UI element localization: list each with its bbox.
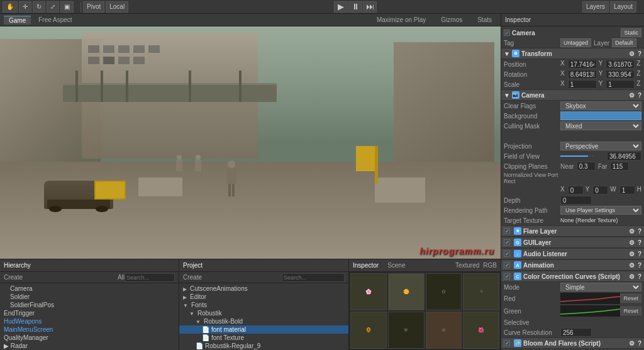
fov-input[interactable]: 36.84956 — [607, 152, 641, 161]
transform-header[interactable]: ▼ ⊕ Transform ⚙ ? — [501, 48, 644, 59]
culling-mask-select[interactable]: Mixed — [560, 121, 641, 130]
animation-checkbox[interactable] — [504, 262, 510, 268]
hierarchy-qualitymanager[interactable]: QualityManager — [0, 334, 179, 342]
stats-label[interactable]: Stats — [472, 16, 497, 24]
project-editor[interactable]: Editor — [179, 293, 348, 301]
norm-x-input[interactable]: 0 — [568, 186, 584, 195]
pos-x-input[interactable]: 17.74164 — [568, 60, 597, 69]
depth-input[interactable]: 0 — [560, 196, 592, 205]
inspector-bottom-tab[interactable]: Inspector — [353, 262, 379, 269]
step-btn[interactable]: ⏭ — [363, 1, 377, 13]
hand-tool-btn[interactable]: ✋ — [3, 1, 18, 13]
color-correction-header[interactable]: C Color Correction Curves (Script) ⚙ ? — [501, 271, 644, 282]
hierarchy-search-input[interactable] — [125, 273, 175, 282]
pause-btn[interactable]: ⏸ — [348, 1, 362, 13]
gizmos-label[interactable]: Gizmos — [436, 16, 467, 24]
scale-tool-btn[interactable]: ⤢ — [47, 1, 59, 13]
transform-settings-icon[interactable]: ⚙ — [629, 50, 635, 57]
transform-info-icon[interactable]: ? — [638, 50, 641, 57]
hierarchy-soldier[interactable]: Soldier — [0, 293, 179, 301]
guilayer-checkbox[interactable] — [504, 239, 510, 246]
gui-settings-icon[interactable]: ⚙ — [629, 239, 635, 246]
green-curve-area[interactable] — [560, 305, 620, 317]
scale-y-input[interactable]: 1 — [606, 80, 635, 89]
colorcorr-info-icon[interactable]: ? — [638, 273, 641, 280]
audio-checkbox[interactable] — [504, 251, 510, 257]
project-cutsceneanimations[interactable]: CutsceneAnimations — [179, 285, 348, 293]
far-input[interactable]: 115 — [610, 162, 629, 171]
static-btn[interactable]: Static — [621, 28, 641, 37]
audio-settings-icon[interactable]: ⚙ — [629, 251, 635, 257]
hierarchy-camera[interactable]: Camera — [0, 285, 179, 293]
hierarchy-create-btn[interactable]: Create — [4, 274, 23, 281]
rot-y-input[interactable]: 330.9547 — [606, 70, 635, 79]
tag-btn[interactable]: Untagged — [560, 38, 591, 47]
curve-res-input[interactable]: 256 — [560, 328, 592, 337]
colorcorr-checkbox[interactable] — [504, 273, 510, 279]
hierarchy-mainmenuscreen[interactable]: MainMenuScreen — [0, 325, 179, 334]
project-robustik[interactable]: Robustik — [179, 309, 348, 317]
gui-info-icon[interactable]: ? — [638, 239, 641, 246]
green-reset-btn[interactable]: Reset — [620, 307, 641, 315]
hierarchy-tab[interactable]: Hierarchy — [4, 262, 31, 269]
near-input[interactable]: 0.3 — [577, 162, 596, 171]
flare-info-icon[interactable]: ? — [638, 228, 641, 235]
layer-btn[interactable]: Default — [612, 38, 636, 47]
project-font-texture[interactable]: 📄 font Texture — [179, 334, 348, 342]
rot-x-input[interactable]: 8.649139 — [568, 70, 597, 79]
layers-btn[interactable]: Layers — [582, 1, 609, 13]
bloom-info-icon[interactable]: ? — [638, 340, 641, 347]
camera-info-icon[interactable]: ? — [638, 92, 641, 99]
pos-y-input[interactable]: 3.618703 — [606, 60, 635, 69]
project-robustik-regular[interactable]: 📄 Robustik-Regular_9 — [179, 342, 348, 350]
animation-info-icon[interactable]: ? — [638, 262, 641, 269]
colorcorr-settings-icon[interactable]: ⚙ — [629, 273, 635, 280]
animation-header[interactable]: A Animation ⚙ ? — [501, 259, 644, 271]
hierarchy-soldierfinalpos[interactable]: SoldierFinalPos — [0, 301, 179, 309]
background-color-swatch[interactable] — [560, 111, 641, 120]
flare-layer-checkbox[interactable] — [504, 228, 510, 234]
projection-select[interactable]: Perspective — [560, 142, 641, 150]
bloom-header[interactable]: ✨ Bloom And Flares (Script) ⚙ ? — [501, 337, 644, 349]
mode-select[interactable]: Simple — [560, 283, 641, 291]
audio-info-icon[interactable]: ? — [638, 251, 641, 257]
move-tool-btn[interactable]: ✛ — [19, 1, 31, 13]
textured-tab[interactable]: Textured — [455, 262, 479, 269]
scale-x-input[interactable]: 1 — [568, 80, 597, 89]
camera-component-header[interactable]: ▼ 📷 Camera ⚙ ? — [501, 89, 644, 101]
hierarchy-hudweapons[interactable]: HudWeapons — [0, 317, 179, 325]
bloom-settings-icon[interactable]: ⚙ — [629, 340, 635, 347]
rotate-tool-btn[interactable]: ↻ — [33, 1, 45, 13]
norm-y-input[interactable]: 0 — [592, 186, 608, 195]
layout-btn[interactable]: Layout — [610, 1, 636, 13]
project-tab[interactable]: Project — [183, 262, 203, 269]
flare-layer-header[interactable]: ★ Flare Layer ⚙ ? — [501, 225, 644, 237]
scene-tab[interactable]: Scene — [387, 262, 405, 269]
animation-settings-icon[interactable]: ⚙ — [629, 262, 635, 269]
project-search-input[interactable] — [282, 273, 345, 282]
rect-tool-btn[interactable]: ▣ — [60, 1, 74, 13]
guilayer-header[interactable]: G GUILayer ⚙ ? — [501, 237, 644, 248]
red-curve-area[interactable] — [560, 293, 620, 304]
pivot-btn[interactable]: Pivot — [83, 1, 104, 13]
project-fonts[interactable]: Fonts — [179, 301, 348, 309]
local-btn[interactable]: Local — [106, 1, 128, 13]
norm-w-input[interactable]: 1 — [619, 186, 635, 195]
play-btn[interactable]: ▶ — [334, 1, 348, 13]
project-create-btn[interactable]: Create — [183, 274, 202, 281]
clear-flags-select[interactable]: Skybox — [560, 101, 641, 110]
bloom-checkbox[interactable] — [504, 340, 510, 346]
hierarchy-radar[interactable]: ▶ Radar — [0, 342, 179, 350]
camera-settings-icon[interactable]: ⚙ — [629, 92, 635, 99]
game-tab[interactable]: Game — [4, 16, 31, 25]
rendering-path-select[interactable]: Use Player Settings — [560, 206, 641, 215]
maximize-label[interactable]: Maximize on Play — [372, 16, 431, 24]
project-robustik-bold[interactable]: Robustik-Bold — [179, 317, 348, 325]
flare-settings-icon[interactable]: ⚙ — [629, 228, 635, 235]
hierarchy-endtrigger[interactable]: EndTrigger — [0, 309, 179, 317]
camera-enabled-checkbox[interactable] — [504, 30, 510, 36]
project-font-material[interactable]: 📄 font material — [179, 325, 348, 334]
rgb-tab[interactable]: RGB — [483, 262, 497, 269]
red-reset-btn[interactable]: Reset — [620, 294, 641, 303]
audio-listener-header[interactable]: ♪ Audio Listener ⚙ ? — [501, 248, 644, 259]
